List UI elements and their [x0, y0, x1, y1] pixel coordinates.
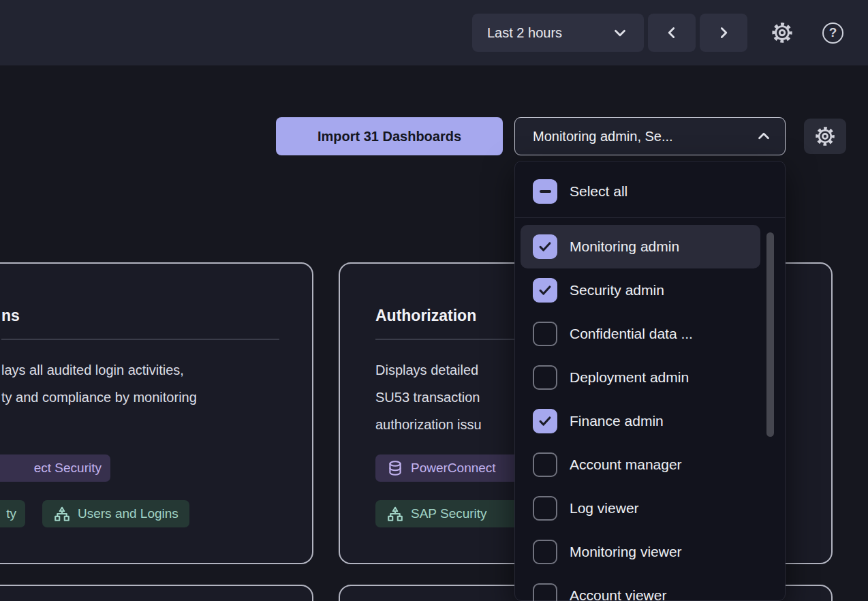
card-description-line: ty and compliance by monitoring: [1, 387, 197, 407]
dropdown-option-list: Monitoring admin Security admin Confiden…: [515, 225, 785, 601]
dropdown-option-label: Confidential data ...: [570, 326, 693, 342]
tag-label: Users and Logins: [78, 506, 179, 521]
checkbox[interactable]: [533, 452, 557, 477]
checkbox[interactable]: [533, 365, 557, 390]
tag-label: ty: [6, 506, 16, 521]
time-range-label: Last 2 hours: [487, 25, 562, 41]
select-all-checkbox[interactable]: [533, 179, 557, 204]
database-icon: [386, 459, 404, 477]
chevron-up-icon: [755, 127, 773, 145]
checkbox[interactable]: [533, 278, 557, 303]
check-icon: [538, 283, 553, 298]
role-dropdown-panel: Select all Monitoring admin Security adm…: [514, 161, 786, 601]
dropdown-option-label: Monitoring admin: [570, 238, 679, 255]
topbar: Last 2 hours ?: [0, 0, 868, 65]
dropdown-option-label: Finance admin: [570, 413, 664, 429]
checkbox[interactable]: [533, 583, 557, 601]
dropdown-option-account-viewer[interactable]: Account viewer: [521, 574, 760, 601]
card-description-line: authorization issu: [375, 414, 482, 435]
check-icon: [538, 239, 553, 254]
card-description-line: Displays detailed: [375, 360, 478, 380]
tag-label: PowerConnect: [411, 461, 496, 476]
checkbox[interactable]: [533, 496, 557, 521]
checkbox[interactable]: [533, 409, 557, 433]
help-button[interactable]: ?: [822, 22, 843, 44]
chevron-right-icon: [715, 24, 732, 42]
dropdown-option-account-manager[interactable]: Account manager: [521, 443, 760, 487]
checkbox[interactable]: [533, 540, 557, 564]
select-all-option[interactable]: Select all: [515, 172, 785, 211]
sitemap-icon: [53, 505, 71, 523]
select-all-label: Select all: [570, 183, 627, 200]
chevron-left-icon: [663, 24, 681, 42]
dashboard-card-partial-left: [0, 585, 313, 601]
time-range-controls: Last 2 hours: [472, 14, 747, 52]
dropdown-option-confidential-data[interactable]: Confidential data ...: [521, 312, 760, 356]
question-mark-glyph: ?: [829, 25, 837, 40]
dropdown-option-label: Account manager: [570, 457, 682, 473]
gear-icon: [814, 125, 836, 147]
dropdown-option-deployment-admin[interactable]: Deployment admin: [521, 356, 760, 399]
gear-icon: [771, 21, 794, 44]
dropdown-option-monitoring-admin[interactable]: Monitoring admin: [521, 225, 760, 268]
question-mark-icon: ?: [822, 22, 843, 44]
tag-connect-security: ect Security: [0, 454, 110, 482]
import-dashboards-button[interactable]: Import 31 Dashboards: [276, 117, 503, 155]
dropdown-scrollbar[interactable]: [766, 232, 774, 437]
dropdown-option-finance-admin[interactable]: Finance admin: [521, 399, 760, 443]
dropdown-option-monitoring-viewer[interactable]: Monitoring viewer: [521, 530, 760, 574]
dashboard-settings-button[interactable]: [804, 119, 846, 154]
checkbox[interactable]: [533, 234, 557, 259]
card-title: ns: [1, 305, 20, 326]
card-description-line: SU53 transaction: [375, 387, 480, 407]
checkbox[interactable]: [533, 322, 557, 346]
sitemap-icon: [386, 505, 404, 523]
card-title: Authorization: [375, 305, 476, 326]
tag-label: SAP Security: [411, 506, 487, 521]
role-multiselect[interactable]: Monitoring admin, Se...: [514, 117, 786, 155]
card-divider: [1, 339, 279, 340]
dropdown-option-label: Log viewer: [570, 500, 639, 517]
dropdown-option-label: Monitoring viewer: [570, 544, 682, 560]
tag-security: ty: [0, 500, 25, 527]
role-multiselect-value: Monitoring admin, Se...: [533, 129, 673, 144]
card-description-line: lays all audited login activities,: [1, 360, 184, 380]
dropdown-option-label: Deployment admin: [570, 369, 689, 386]
dropdown-option-security-admin[interactable]: Security admin: [521, 268, 760, 312]
dropdown-option-label: Account viewer: [570, 587, 666, 601]
chevron-down-icon: [611, 24, 629, 42]
time-shift-back-button[interactable]: [648, 14, 696, 52]
dropdown-option-label: Security admin: [570, 282, 664, 298]
tag-users-and-logins: Users and Logins: [42, 500, 189, 527]
time-range-button[interactable]: Last 2 hours: [472, 14, 644, 52]
dropdown-divider: [515, 217, 785, 218]
tag-label: ect Security: [34, 461, 102, 476]
minus-icon: [540, 190, 551, 193]
time-shift-forward-button[interactable]: [700, 14, 747, 52]
dropdown-option-log-viewer[interactable]: Log viewer: [521, 487, 760, 530]
settings-button[interactable]: [771, 21, 794, 44]
dashboard-card-logins: ns lays all audited login activities, ty…: [0, 262, 313, 564]
check-icon: [538, 414, 553, 429]
page: Last 2 hours ? ns lays all: [0, 0, 868, 601]
